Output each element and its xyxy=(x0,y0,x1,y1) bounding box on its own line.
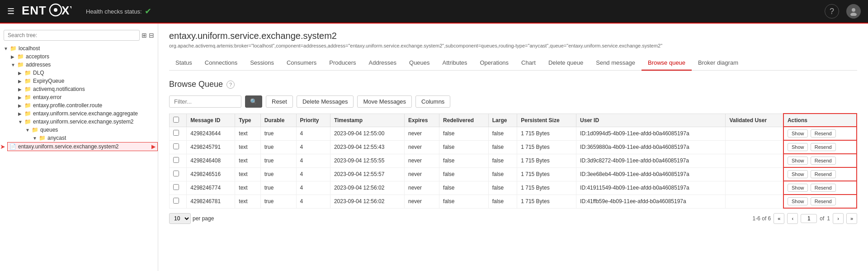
folder-icon: 📁 xyxy=(24,94,31,100)
tab-operations[interactable]: Operations xyxy=(474,56,515,71)
sidebar-item-entaxy-system2-addr[interactable]: ▼ 📁 entaxy.uniform.service.exchange.syst… xyxy=(0,118,158,126)
row-type: text xyxy=(235,154,260,167)
row-select-checkbox[interactable] xyxy=(173,198,179,204)
sidebar-item-label: ExpiryQueue xyxy=(33,78,64,84)
columns-button[interactable]: Columns xyxy=(415,95,450,108)
next-page-button[interactable]: › xyxy=(833,213,844,224)
tab-consumers[interactable]: Consumers xyxy=(280,56,323,71)
file-icon: 📄 xyxy=(9,143,16,150)
tab-attributes[interactable]: Attributes xyxy=(436,56,474,71)
tab-producers[interactable]: Producers xyxy=(323,56,362,71)
row-select-checkbox[interactable] xyxy=(173,130,179,136)
collapse-icon[interactable]: ⊟ xyxy=(149,32,154,39)
delete-messages-button[interactable]: Delete Messages xyxy=(297,95,354,108)
row-message-id: 4298245791 xyxy=(187,140,235,154)
sidebar-item-label: entaxy.uniform.service.exchange.system2 xyxy=(33,119,134,125)
row-select-checkbox[interactable] xyxy=(173,171,179,176)
search-button[interactable]: 🔍 xyxy=(245,95,262,108)
avatar[interactable] xyxy=(846,4,861,19)
col-large: Large xyxy=(488,114,517,127)
row-actions: Show Resend xyxy=(783,140,857,154)
sidebar-item-entaxy-system2-queue[interactable]: 📄 entaxy.uniform.service.exchange.system… xyxy=(7,142,158,151)
tab-delete-queue[interactable]: Delete queue xyxy=(542,56,590,71)
row-message-id: 4298246781 xyxy=(187,195,235,208)
page-number-input[interactable] xyxy=(801,214,817,223)
row-expires: never xyxy=(405,127,439,140)
app-logo: ENT XY xyxy=(22,3,71,20)
show-button[interactable]: Show xyxy=(788,129,808,138)
expand-icon[interactable]: ⊞ xyxy=(142,32,147,39)
search-input[interactable] xyxy=(4,30,140,41)
tab-sessions[interactable]: Sessions xyxy=(244,56,280,71)
col-type: Type xyxy=(235,114,260,127)
move-messages-button[interactable]: Move Messages xyxy=(357,95,412,108)
resend-button[interactable]: Resend xyxy=(811,184,836,192)
show-button[interactable]: Show xyxy=(788,143,808,151)
resend-button[interactable]: Resend xyxy=(811,129,836,138)
filter-input[interactable] xyxy=(169,95,241,108)
help-button[interactable]: ? xyxy=(825,4,839,19)
sidebar-item-dlq[interactable]: ▶ 📁 DLQ xyxy=(0,69,158,77)
range-label: 1-6 of 6 xyxy=(753,215,771,222)
row-durable: true xyxy=(260,195,296,208)
resend-button[interactable]: Resend xyxy=(811,157,836,165)
row-validated-user xyxy=(726,127,783,140)
sidebar-item-anycast[interactable]: ▼ 📁 anycast xyxy=(0,134,158,142)
browse-queue-help-icon[interactable]: ? xyxy=(226,81,235,89)
tab-send-message[interactable]: Send message xyxy=(590,56,642,71)
first-page-button[interactable]: « xyxy=(774,213,784,224)
main-content: entaxy.uniform.service.exchange.system2 … xyxy=(158,24,868,271)
search-icon: 🔍 xyxy=(250,98,257,105)
sidebar-item-entaxy-error[interactable]: ▶ 📁 entaxy.error xyxy=(0,93,158,101)
sidebar-item-entaxy-aggregate[interactable]: ▶ 📁 entaxy.uniform.service.exchange.aggr… xyxy=(0,109,158,118)
sidebar-item-label: localhost xyxy=(19,45,40,52)
folder-icon: 📁 xyxy=(24,119,31,125)
sidebar-item-activemq[interactable]: ▶ 📁 activemq.notifications xyxy=(0,85,158,93)
tab-browse-queue[interactable]: Browse queue xyxy=(642,56,692,71)
show-button[interactable]: Show xyxy=(788,184,808,192)
toggle-icon: ▶ xyxy=(18,111,23,116)
tab-status[interactable]: Status xyxy=(169,56,198,71)
tab-broker-diagram[interactable]: Broker diagram xyxy=(692,56,745,71)
col-checkbox xyxy=(170,114,187,127)
last-page-button[interactable]: » xyxy=(846,213,857,224)
row-select-checkbox[interactable] xyxy=(173,184,179,190)
row-large: false xyxy=(488,195,517,208)
row-large: false xyxy=(488,181,517,195)
sidebar-item-entaxy-profile[interactable]: ▶ 📁 entaxy.profile.controller.route xyxy=(0,101,158,109)
toggle-icon: ▶ xyxy=(18,103,23,108)
resend-button[interactable]: Resend xyxy=(811,170,836,178)
sidebar-item-addresses[interactable]: ▼ 📁 addresses xyxy=(0,61,158,69)
row-timestamp: 2023-09-04 12:55:43 xyxy=(330,140,404,154)
tab-connections[interactable]: Connections xyxy=(198,56,244,71)
row-select-checkbox[interactable] xyxy=(173,157,179,163)
tab-addresses[interactable]: Addresses xyxy=(363,56,403,71)
sidebar-item-acceptors[interactable]: ▶ 📁 acceptors xyxy=(0,52,158,61)
table-row: 4298246408 text true 4 2023-09-04 12:55:… xyxy=(170,154,857,167)
toggle-icon: ▼ xyxy=(33,136,37,141)
health-label: Health checks status: xyxy=(86,8,142,15)
show-button[interactable]: Show xyxy=(788,170,808,178)
sidebar-item-expiryqueue[interactable]: ▶ 📁 ExpiryQueue xyxy=(0,77,158,85)
prev-page-button[interactable]: ‹ xyxy=(787,213,798,224)
show-button[interactable]: Show xyxy=(788,157,808,165)
row-select-checkbox[interactable] xyxy=(173,143,179,149)
col-persistent-size: Persistent Size xyxy=(517,114,576,127)
toggle-icon: ▼ xyxy=(11,62,15,67)
tab-queues[interactable]: Queues xyxy=(403,56,436,71)
row-durable: true xyxy=(260,127,296,140)
menu-icon[interactable]: ☰ xyxy=(7,6,14,16)
resend-button[interactable]: Resend xyxy=(811,197,836,205)
sidebar-item-queues[interactable]: ▼ 📁 queues xyxy=(0,126,158,134)
sidebar-item-label: entaxy.error xyxy=(33,94,61,100)
reset-button[interactable]: Reset xyxy=(266,95,293,108)
row-redelivered: false xyxy=(439,167,489,181)
show-button[interactable]: Show xyxy=(788,197,808,205)
sidebar-item-localhost[interactable]: ▼ 📁 localhost xyxy=(0,44,158,52)
col-redelivered: Redelivered xyxy=(439,114,489,127)
per-page-select[interactable]: 10 25 50 xyxy=(169,213,191,224)
tab-chart[interactable]: Chart xyxy=(515,56,542,71)
select-all-checkbox[interactable] xyxy=(173,117,179,123)
resend-button[interactable]: Resend xyxy=(811,143,836,151)
row-timestamp: 2023-09-04 12:56:02 xyxy=(330,195,404,208)
